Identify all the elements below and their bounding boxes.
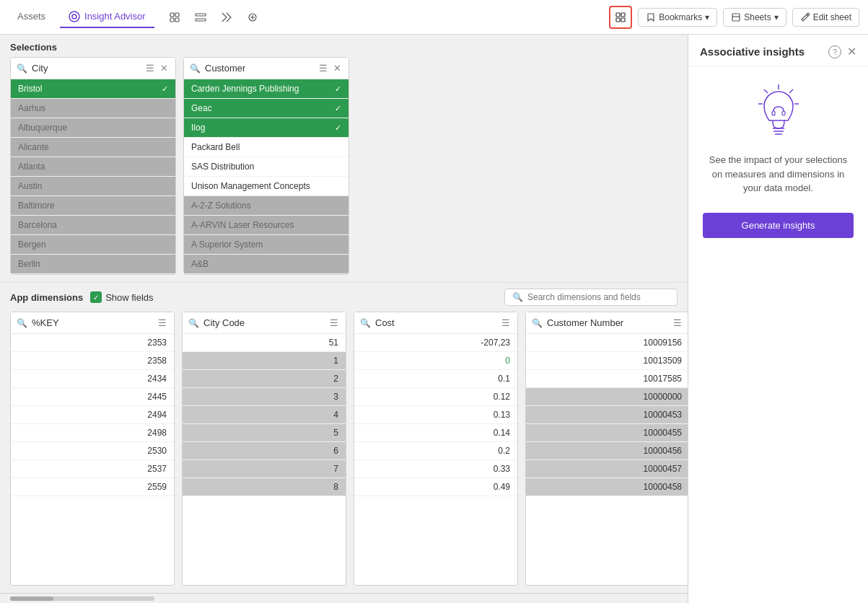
list-item[interactable]: 10009156 [526, 334, 688, 352]
list-item[interactable]: -207,23 [354, 334, 517, 352]
list-item[interactable]: 2559 [11, 478, 174, 496]
city-code-list: 51 1 2 3 4 5 6 7 8 [183, 334, 346, 585]
list-item[interactable]: 0 [354, 352, 517, 370]
customer-number-list-icon[interactable]: ☰ [672, 317, 683, 329]
bookmarks-btn[interactable]: Bookmarks ▾ [638, 8, 717, 27]
list-item[interactable]: 2498 [11, 424, 174, 442]
list-item[interactable]: 0.14 [354, 424, 517, 442]
list-item[interactable]: 1 [183, 352, 346, 370]
search-dimensions-box[interactable]: 🔍 [504, 289, 678, 306]
tab-assets[interactable]: Assets [9, 6, 54, 27]
key-search-icon: 🔍 [17, 318, 27, 328]
list-item[interactable]: 0.2 [354, 442, 517, 460]
list-item[interactable]: A-2-Z Solutions [184, 196, 348, 216]
item-label: Austin [18, 181, 42, 191]
list-item[interactable]: Alicante [11, 138, 175, 157]
list-item[interactable]: 2494 [11, 406, 174, 424]
list-item[interactable]: 2358 [11, 352, 174, 370]
list-item[interactable]: 3 [183, 388, 346, 406]
list-item[interactable]: 2530 [11, 442, 174, 460]
generate-insights-button[interactable]: Generate insights [703, 213, 854, 238]
list-item[interactable]: 0.13 [354, 406, 517, 424]
checkmark-icon: ✓ [335, 84, 341, 94]
list-item[interactable]: 2445 [11, 388, 174, 406]
list-item[interactable]: 51 [183, 334, 346, 352]
svg-rect-13 [732, 14, 740, 21]
list-item[interactable]: Geac ✓ [184, 99, 348, 118]
list-item[interactable]: 2353 [11, 334, 174, 352]
list-item[interactable]: 10000453 [526, 406, 688, 424]
search-dimensions-input[interactable] [527, 292, 670, 302]
list-item[interactable]: Atlanta [11, 157, 175, 177]
item-label: Bergen [18, 239, 46, 250]
city-list-icon[interactable]: ☰ [144, 62, 156, 74]
list-item[interactable]: A Superior System [184, 235, 348, 255]
list-item[interactable]: A&B [184, 255, 348, 274]
list-item[interactable]: 2 [183, 370, 346, 388]
customer-list-icon[interactable]: ☰ [317, 62, 329, 74]
list-item[interactable]: 0.1 [354, 370, 517, 388]
list-item[interactable]: Bergen [11, 235, 175, 255]
selection-toolbar-btn3[interactable] [215, 6, 238, 29]
list-item[interactable]: Austin [11, 177, 175, 196]
key-list-icon[interactable]: ☰ [157, 317, 168, 329]
list-item[interactable]: Packard Bell [184, 138, 348, 157]
list-item[interactable]: 0.33 [354, 460, 517, 478]
list-item[interactable]: SAS Distribution [184, 157, 348, 177]
list-item[interactable]: Barcelona [11, 216, 175, 235]
sheets-label: Sheets [744, 12, 771, 22]
toolbar-icon-1 [169, 12, 180, 23]
item-label: Albuquerque [18, 123, 67, 133]
edit-sheet-label: Edit sheet [813, 12, 851, 22]
list-item[interactable]: Baltimore [11, 196, 175, 216]
list-item[interactable]: Aarhus [11, 99, 175, 118]
list-item[interactable]: 2537 [11, 460, 174, 478]
list-item[interactable]: A-ARVIN Laser Resources [184, 216, 348, 235]
list-item[interactable]: 10017585 [526, 370, 688, 388]
list-item[interactable]: 2434 [11, 370, 174, 388]
customer-clear-icon[interactable]: ✕ [332, 62, 343, 74]
city-code-list-icon[interactable]: ☰ [328, 317, 340, 329]
grid-view-btn[interactable] [609, 6, 632, 29]
svg-rect-6 [196, 14, 206, 16]
help-icon[interactable]: ? [828, 45, 841, 58]
list-item[interactable]: Carden Jennings Publishing ✓ [184, 79, 348, 99]
selection-toolbar-btn2[interactable] [189, 6, 212, 29]
list-item[interactable]: 7 [183, 460, 346, 478]
selection-toolbar-btn1[interactable] [163, 6, 186, 29]
show-fields-checkbox[interactable]: ✓ [90, 291, 102, 303]
list-item[interactable]: 8 [183, 478, 346, 496]
sheets-chevron: ▾ [774, 12, 779, 22]
tab-insight-advisor[interactable]: Insight Advisor [60, 6, 154, 28]
show-fields-toggle[interactable]: ✓ Show fields [90, 291, 153, 303]
filter-panels-row: 🔍 City ☰ ✕ Bristol ✓ Aarhus Albuquerque … [0, 57, 688, 282]
svg-point-1 [72, 14, 76, 19]
city-clear-icon[interactable]: ✕ [159, 62, 170, 74]
list-item[interactable]: 5 [183, 424, 346, 442]
list-item[interactable]: Bristol ✓ [11, 79, 175, 99]
scrollbar-thumb[interactable] [10, 597, 53, 601]
horizontal-scrollbar[interactable] [0, 593, 688, 603]
list-item[interactable]: 10000456 [526, 442, 688, 460]
close-icon[interactable]: ✕ [847, 45, 856, 58]
sheets-btn[interactable]: Sheets ▾ [723, 8, 786, 27]
list-item[interactable]: Albuquerque [11, 118, 175, 138]
list-item[interactable]: 10013509 [526, 352, 688, 370]
list-item[interactable]: 10000455 [526, 424, 688, 442]
list-item[interactable]: Berlin [11, 255, 175, 274]
list-item[interactable]: Unison Management Concepts [184, 177, 348, 196]
main-content: Selections 🔍 City ☰ ✕ Bristol ✓ [0, 35, 868, 603]
svg-rect-9 [616, 13, 620, 17]
list-item[interactable]: Ilog ✓ [184, 118, 348, 138]
list-item[interactable]: 10000458 [526, 478, 688, 496]
list-item[interactable]: 0.12 [354, 388, 517, 406]
list-item[interactable]: 10000457 [526, 460, 688, 478]
edit-sheet-btn[interactable]: Edit sheet [792, 8, 859, 27]
list-item[interactable]: 4 [183, 406, 346, 424]
selection-toolbar-btn4[interactable] [241, 6, 264, 29]
svg-rect-12 [621, 18, 625, 22]
list-item[interactable]: 10000000 [526, 388, 688, 406]
list-item[interactable]: 6 [183, 442, 346, 460]
cost-list-icon[interactable]: ☰ [500, 317, 512, 329]
list-item[interactable]: 0.49 [354, 478, 517, 496]
